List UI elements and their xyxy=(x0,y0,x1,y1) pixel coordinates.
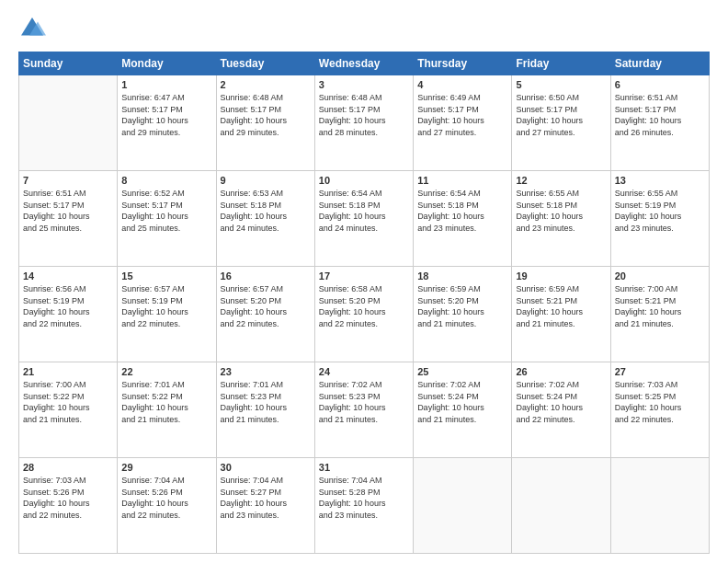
weekday-header-row: SundayMondayTuesdayWednesdayThursdayFrid… xyxy=(19,52,710,75)
weekday-header-wednesday: Wednesday xyxy=(314,52,413,75)
calendar-cell: 21Sunrise: 7:00 AM Sunset: 5:22 PM Dayli… xyxy=(19,362,118,458)
cell-info: Sunrise: 7:04 AM Sunset: 5:26 PM Dayligh… xyxy=(121,475,211,521)
day-number: 20 xyxy=(615,270,705,282)
calendar-cell xyxy=(512,458,610,554)
calendar-cell: 31Sunrise: 7:04 AM Sunset: 5:28 PM Dayli… xyxy=(314,458,413,554)
logo xyxy=(18,15,50,42)
cell-info: Sunrise: 7:03 AM Sunset: 5:26 PM Dayligh… xyxy=(23,475,113,521)
day-number: 18 xyxy=(417,270,507,282)
week-row-5: 28Sunrise: 7:03 AM Sunset: 5:26 PM Dayli… xyxy=(19,458,710,554)
week-row-2: 7Sunrise: 6:51 AM Sunset: 5:17 PM Daylig… xyxy=(19,171,710,267)
cell-info: Sunrise: 6:50 AM Sunset: 5:17 PM Dayligh… xyxy=(516,92,606,138)
weekday-header-sunday: Sunday xyxy=(19,52,118,75)
day-number: 17 xyxy=(319,270,409,282)
weekday-header-monday: Monday xyxy=(118,52,216,75)
cell-info: Sunrise: 6:47 AM Sunset: 5:17 PM Dayligh… xyxy=(121,92,211,138)
day-number: 1 xyxy=(121,79,211,90)
cell-info: Sunrise: 7:04 AM Sunset: 5:28 PM Dayligh… xyxy=(319,475,409,521)
cell-info: Sunrise: 6:54 AM Sunset: 5:18 PM Dayligh… xyxy=(319,188,409,234)
weekday-header-saturday: Saturday xyxy=(610,52,709,75)
day-number: 12 xyxy=(516,175,606,186)
cell-info: Sunrise: 6:52 AM Sunset: 5:17 PM Dayligh… xyxy=(121,188,211,234)
day-number: 6 xyxy=(615,79,705,90)
week-row-1: 1Sunrise: 6:47 AM Sunset: 5:17 PM Daylig… xyxy=(19,75,710,171)
day-number: 14 xyxy=(23,270,113,282)
day-number: 3 xyxy=(319,79,409,90)
day-number: 9 xyxy=(221,175,311,186)
cell-info: Sunrise: 6:59 AM Sunset: 5:21 PM Dayligh… xyxy=(516,283,606,329)
cell-info: Sunrise: 6:48 AM Sunset: 5:17 PM Dayligh… xyxy=(319,92,409,138)
day-number: 25 xyxy=(417,366,507,377)
cell-info: Sunrise: 6:51 AM Sunset: 5:17 PM Dayligh… xyxy=(23,188,113,234)
cell-info: Sunrise: 6:59 AM Sunset: 5:20 PM Dayligh… xyxy=(417,283,507,329)
cell-info: Sunrise: 6:48 AM Sunset: 5:17 PM Dayligh… xyxy=(221,92,311,138)
calendar-cell: 6Sunrise: 6:51 AM Sunset: 5:17 PM Daylig… xyxy=(610,75,709,171)
calendar-cell xyxy=(414,458,512,554)
day-number: 2 xyxy=(221,79,311,90)
calendar-cell: 24Sunrise: 7:02 AM Sunset: 5:23 PM Dayli… xyxy=(314,362,413,458)
calendar-cell: 9Sunrise: 6:53 AM Sunset: 5:18 PM Daylig… xyxy=(216,171,314,267)
cell-info: Sunrise: 7:01 AM Sunset: 5:22 PM Dayligh… xyxy=(121,379,211,425)
cell-info: Sunrise: 6:56 AM Sunset: 5:19 PM Dayligh… xyxy=(23,283,113,329)
calendar-cell: 7Sunrise: 6:51 AM Sunset: 5:17 PM Daylig… xyxy=(19,171,118,267)
weekday-header-friday: Friday xyxy=(512,52,610,75)
cell-info: Sunrise: 7:02 AM Sunset: 5:24 PM Dayligh… xyxy=(516,379,606,425)
calendar-cell: 12Sunrise: 6:55 AM Sunset: 5:18 PM Dayli… xyxy=(512,171,610,267)
calendar-cell: 28Sunrise: 7:03 AM Sunset: 5:26 PM Dayli… xyxy=(19,458,118,554)
calendar-cell: 30Sunrise: 7:04 AM Sunset: 5:27 PM Dayli… xyxy=(216,458,314,554)
weekday-header-thursday: Thursday xyxy=(414,52,512,75)
weekday-header-tuesday: Tuesday xyxy=(216,52,314,75)
calendar-cell: 22Sunrise: 7:01 AM Sunset: 5:22 PM Dayli… xyxy=(118,362,216,458)
cell-info: Sunrise: 6:51 AM Sunset: 5:17 PM Dayligh… xyxy=(615,92,705,138)
cell-info: Sunrise: 6:58 AM Sunset: 5:20 PM Dayligh… xyxy=(319,283,409,329)
cell-info: Sunrise: 7:04 AM Sunset: 5:27 PM Dayligh… xyxy=(221,475,311,521)
cell-info: Sunrise: 7:01 AM Sunset: 5:23 PM Dayligh… xyxy=(221,379,311,425)
calendar-cell xyxy=(19,75,118,171)
cell-info: Sunrise: 7:02 AM Sunset: 5:23 PM Dayligh… xyxy=(319,379,409,425)
cell-info: Sunrise: 7:03 AM Sunset: 5:25 PM Dayligh… xyxy=(615,379,705,425)
calendar-cell: 16Sunrise: 6:57 AM Sunset: 5:20 PM Dayli… xyxy=(216,267,314,362)
calendar-cell: 3Sunrise: 6:48 AM Sunset: 5:17 PM Daylig… xyxy=(314,75,413,171)
week-row-4: 21Sunrise: 7:00 AM Sunset: 5:22 PM Dayli… xyxy=(19,362,710,458)
calendar-cell: 11Sunrise: 6:54 AM Sunset: 5:18 PM Dayli… xyxy=(414,171,512,267)
day-number: 26 xyxy=(516,366,606,377)
calendar-cell: 13Sunrise: 6:55 AM Sunset: 5:19 PM Dayli… xyxy=(610,171,709,267)
day-number: 24 xyxy=(319,366,409,377)
calendar-cell: 17Sunrise: 6:58 AM Sunset: 5:20 PM Dayli… xyxy=(314,267,413,362)
day-number: 22 xyxy=(121,366,211,377)
calendar-table: SundayMondayTuesdayWednesdayThursdayFrid… xyxy=(18,52,710,554)
day-number: 28 xyxy=(23,462,113,473)
day-number: 8 xyxy=(121,175,211,186)
day-number: 5 xyxy=(516,79,606,90)
day-number: 23 xyxy=(221,366,311,377)
cell-info: Sunrise: 7:00 AM Sunset: 5:22 PM Dayligh… xyxy=(23,379,113,425)
calendar-cell: 27Sunrise: 7:03 AM Sunset: 5:25 PM Dayli… xyxy=(610,362,709,458)
day-number: 27 xyxy=(615,366,705,377)
header xyxy=(18,15,710,42)
calendar-cell: 25Sunrise: 7:02 AM Sunset: 5:24 PM Dayli… xyxy=(414,362,512,458)
cell-info: Sunrise: 6:57 AM Sunset: 5:20 PM Dayligh… xyxy=(221,283,311,329)
calendar-cell: 8Sunrise: 6:52 AM Sunset: 5:17 PM Daylig… xyxy=(118,171,216,267)
calendar-cell: 4Sunrise: 6:49 AM Sunset: 5:17 PM Daylig… xyxy=(414,75,512,171)
cell-info: Sunrise: 6:57 AM Sunset: 5:19 PM Dayligh… xyxy=(121,283,211,329)
calendar-cell: 15Sunrise: 6:57 AM Sunset: 5:19 PM Dayli… xyxy=(118,267,216,362)
cell-info: Sunrise: 6:49 AM Sunset: 5:17 PM Dayligh… xyxy=(417,92,507,138)
calendar-cell: 14Sunrise: 6:56 AM Sunset: 5:19 PM Dayli… xyxy=(19,267,118,362)
day-number: 4 xyxy=(417,79,507,90)
calendar-cell: 26Sunrise: 7:02 AM Sunset: 5:24 PM Dayli… xyxy=(512,362,610,458)
day-number: 13 xyxy=(615,175,705,186)
day-number: 11 xyxy=(417,175,507,186)
cell-info: Sunrise: 6:54 AM Sunset: 5:18 PM Dayligh… xyxy=(417,188,507,234)
cell-info: Sunrise: 7:00 AM Sunset: 5:21 PM Dayligh… xyxy=(615,283,705,329)
day-number: 31 xyxy=(319,462,409,473)
calendar-cell: 20Sunrise: 7:00 AM Sunset: 5:21 PM Dayli… xyxy=(610,267,709,362)
calendar-cell: 29Sunrise: 7:04 AM Sunset: 5:26 PM Dayli… xyxy=(118,458,216,554)
day-number: 30 xyxy=(221,462,311,473)
calendar-cell: 23Sunrise: 7:01 AM Sunset: 5:23 PM Dayli… xyxy=(216,362,314,458)
calendar-cell: 18Sunrise: 6:59 AM Sunset: 5:20 PM Dayli… xyxy=(414,267,512,362)
day-number: 21 xyxy=(23,366,113,377)
day-number: 7 xyxy=(23,175,113,186)
page: SundayMondayTuesdayWednesdayThursdayFrid… xyxy=(0,0,728,563)
week-row-3: 14Sunrise: 6:56 AM Sunset: 5:19 PM Dayli… xyxy=(19,267,710,362)
calendar-cell: 1Sunrise: 6:47 AM Sunset: 5:17 PM Daylig… xyxy=(118,75,216,171)
